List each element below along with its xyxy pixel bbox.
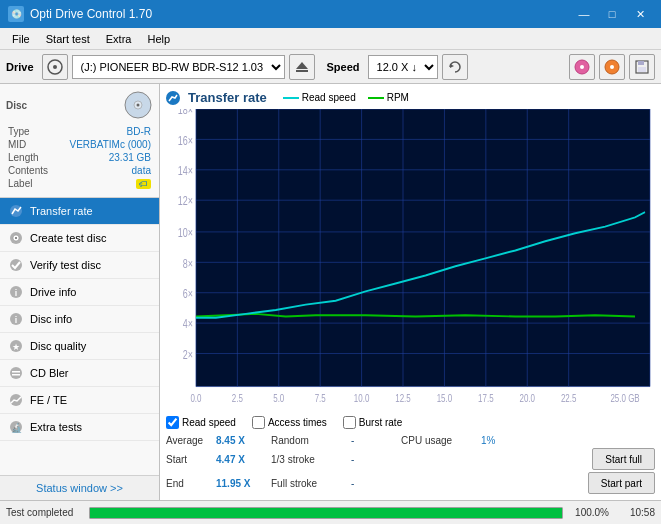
- title-bar: 💿 Opti Drive Control 1.70 — □ ✕: [0, 0, 661, 28]
- svg-text:10×: 10×: [178, 226, 193, 240]
- legend-rpm-color: [368, 97, 384, 99]
- nav-verify-test-disc-label: Verify test disc: [30, 259, 101, 271]
- nav-disc-info[interactable]: i Disc info: [0, 306, 159, 333]
- nav-disc-quality[interactable]: ★ Disc quality: [0, 333, 159, 360]
- svg-point-15: [10, 205, 22, 217]
- transfer-rate-chart: 18× 16× 14× 12× 10× 8× 6× 4× 2× 0.0 2.5 …: [166, 109, 655, 413]
- drive-info-icon: i: [8, 284, 24, 300]
- refresh-button[interactable]: [442, 54, 468, 80]
- nav-create-test-disc[interactable]: Create test disc: [0, 225, 159, 252]
- burn-button[interactable]: [599, 54, 625, 80]
- chart-area: Transfer rate Read speed RPM: [160, 84, 661, 500]
- svg-text:12.5: 12.5: [395, 393, 411, 404]
- burst-rate-checkbox-item[interactable]: Burst rate: [343, 416, 402, 429]
- legend-rpm: RPM: [368, 92, 409, 103]
- nav-fe-te-label: FE / TE: [30, 394, 67, 406]
- svg-marker-2: [296, 62, 308, 69]
- stats-area: Average 8.45 X Random - CPU usage 1% Sta…: [166, 432, 655, 494]
- average-label: Average: [166, 435, 216, 446]
- svg-text:i: i: [15, 315, 18, 325]
- nav-menu: Transfer rate Create test disc Verify te…: [0, 198, 159, 475]
- disc-mid-row: MID VERBATIMc (000): [8, 139, 151, 150]
- svg-text:25.0 GB: 25.0 GB: [610, 393, 639, 404]
- start-part-button[interactable]: Start part: [588, 472, 655, 494]
- disc-length-row: Length 23.31 GB: [8, 152, 151, 163]
- nav-disc-info-label: Disc info: [30, 313, 72, 325]
- disc-info-icon: i: [8, 311, 24, 327]
- eject-button[interactable]: [289, 54, 315, 80]
- menu-file[interactable]: File: [4, 31, 38, 47]
- one-third-stroke-value: -: [351, 454, 401, 465]
- svg-text:16×: 16×: [178, 133, 193, 147]
- read-speed-checkbox[interactable]: [166, 416, 179, 429]
- sidebar: Disc Type BD-R MID VERBATIMc (000) Lengt: [0, 84, 160, 500]
- close-button[interactable]: ✕: [627, 5, 653, 23]
- disc-button[interactable]: [569, 54, 595, 80]
- disc-icon: [123, 90, 153, 120]
- svg-text:4×: 4×: [183, 317, 193, 331]
- svg-rect-27: [12, 371, 20, 373]
- svg-rect-28: [12, 374, 20, 376]
- nav-fe-te[interactable]: FE / TE: [0, 387, 159, 414]
- progress-bar: [89, 507, 563, 519]
- svg-point-6: [580, 65, 584, 69]
- access-times-checkbox-item[interactable]: Access times: [252, 416, 327, 429]
- disc-label-row: Label 🏷: [8, 178, 151, 189]
- random-value: -: [351, 435, 401, 446]
- svg-text:12×: 12×: [178, 194, 193, 208]
- access-times-checkbox-label: Access times: [268, 417, 327, 428]
- menu-help[interactable]: Help: [139, 31, 178, 47]
- nav-cd-bler[interactable]: CD Bler: [0, 360, 159, 387]
- transfer-rate-icon: [8, 203, 24, 219]
- burst-rate-checkbox[interactable]: [343, 416, 356, 429]
- elapsed-time: 10:58: [617, 507, 655, 518]
- access-times-checkbox[interactable]: [252, 416, 265, 429]
- cpu-usage-value: 1%: [481, 435, 531, 446]
- progress-bar-fill: [90, 508, 562, 518]
- svg-text:17.5: 17.5: [478, 393, 494, 404]
- chart-checkboxes: Read speed Access times Burst rate: [166, 413, 655, 432]
- svg-point-8: [610, 65, 614, 69]
- menu-extra[interactable]: Extra: [98, 31, 140, 47]
- svg-marker-4: [450, 64, 454, 68]
- save-button[interactable]: [629, 54, 655, 80]
- nav-drive-info[interactable]: i Drive info: [0, 279, 159, 306]
- disc-info-panel: Disc Type BD-R MID VERBATIMc (000) Lengt: [0, 84, 159, 198]
- verify-test-disc-icon: [8, 257, 24, 273]
- drive-selector[interactable]: (J:) PIONEER BD-RW BDR-S12 1.03: [72, 55, 285, 79]
- status-window-button[interactable]: Status window >>: [0, 475, 159, 500]
- nav-extra-tests[interactable]: 🔬 Extra tests: [0, 414, 159, 441]
- chart-legend: Read speed RPM: [283, 92, 409, 103]
- svg-rect-11: [638, 67, 646, 72]
- speed-selector[interactable]: 12.0 X ↓: [368, 55, 438, 79]
- svg-text:6×: 6×: [183, 287, 193, 301]
- nav-transfer-rate[interactable]: Transfer rate: [0, 198, 159, 225]
- end-label: End: [166, 478, 216, 489]
- svg-text:18×: 18×: [178, 109, 193, 117]
- read-speed-checkbox-item[interactable]: Read speed: [166, 416, 236, 429]
- drive-icon-btn[interactable]: [42, 54, 68, 80]
- fe-te-icon: [8, 392, 24, 408]
- menu-start-test[interactable]: Start test: [38, 31, 98, 47]
- svg-text:22.5: 22.5: [561, 393, 577, 404]
- svg-text:0.0: 0.0: [190, 393, 201, 404]
- svg-text:7.5: 7.5: [315, 393, 326, 404]
- app-title: Opti Drive Control 1.70: [30, 7, 152, 21]
- maximize-button[interactable]: □: [599, 5, 625, 23]
- minimize-button[interactable]: —: [571, 5, 597, 23]
- read-speed-checkbox-label: Read speed: [182, 417, 236, 428]
- cpu-usage-label: CPU usage: [401, 435, 481, 446]
- legend-read-speed-label: Read speed: [302, 92, 356, 103]
- svg-text:5.0: 5.0: [273, 393, 284, 404]
- burst-rate-checkbox-label: Burst rate: [359, 417, 402, 428]
- start-full-button[interactable]: Start full: [592, 448, 655, 470]
- svg-text:8×: 8×: [183, 256, 193, 270]
- svg-rect-3: [296, 70, 308, 72]
- svg-point-26: [10, 367, 22, 379]
- svg-text:20.0: 20.0: [519, 393, 535, 404]
- chart-title: Transfer rate: [188, 90, 267, 105]
- nav-verify-test-disc[interactable]: Verify test disc: [0, 252, 159, 279]
- window-controls: — □ ✕: [571, 5, 653, 23]
- start-value: 4.47 X: [216, 454, 271, 465]
- end-value: 11.95 X: [216, 478, 271, 489]
